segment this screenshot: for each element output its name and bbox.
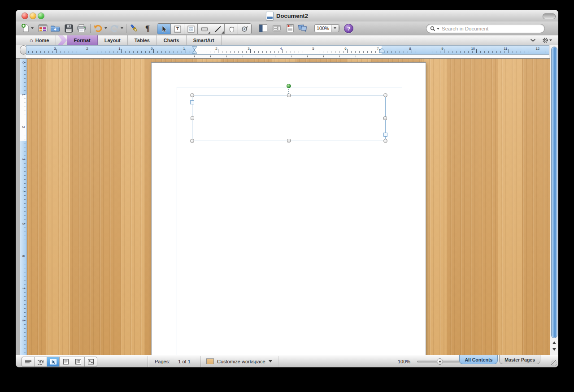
picture-frame-tool-icon	[187, 25, 195, 33]
text-flow-handle-right[interactable]	[383, 133, 387, 137]
help-glyph: ?	[347, 26, 350, 31]
media-browser-button[interactable]: ♪	[297, 23, 308, 34]
vertical-scrollbar[interactable]	[550, 45, 558, 355]
collapse-ribbon-chevron-icon[interactable]	[530, 39, 536, 42]
tab-home[interactable]: ⌂ Home	[23, 35, 56, 45]
word-window: Document2	[16, 10, 558, 367]
line-tool-button[interactable]	[211, 24, 225, 34]
undo-dropdown[interactable]	[104, 27, 107, 29]
redo-button[interactable]	[109, 23, 120, 34]
search-input[interactable]	[441, 26, 541, 32]
tab-smartart[interactable]: SmartArt	[187, 35, 222, 45]
new-document-icon	[21, 24, 30, 33]
ruler-label: 9	[441, 47, 443, 51]
ribbon-tab-bar: ⌂ Home Format Layout Tables Charts Smart…	[16, 35, 558, 45]
zoom-slider[interactable]	[417, 361, 464, 362]
help-button[interactable]: ?	[344, 24, 353, 33]
toolbar-toggle-button[interactable]	[543, 13, 556, 19]
scrollbar-thumb[interactable]	[551, 47, 557, 338]
search-field[interactable]	[426, 24, 545, 33]
tab-format[interactable]: Format	[67, 35, 97, 45]
indent-marker[interactable]	[192, 46, 197, 55]
tab-stop-strip[interactable]	[26, 55, 549, 58]
outline-view-button[interactable]	[35, 357, 47, 366]
navigation-pane-button[interactable]	[258, 23, 269, 34]
resize-handle-top-left[interactable]	[190, 93, 194, 97]
zoom-value[interactable]: 100%	[314, 24, 331, 32]
new-document-button[interactable]	[20, 23, 31, 34]
resize-handle-bottom-right[interactable]	[383, 139, 387, 143]
text-box-tool-button[interactable]: T	[171, 24, 184, 34]
window-resize-grip[interactable]	[551, 360, 557, 366]
window-title: Document2	[276, 13, 308, 19]
undo-button[interactable]	[93, 23, 104, 34]
ruler-area: 3 2 1 0 1 2 3 4 5 6 7 8 9 10 11 12	[16, 45, 550, 59]
publishing-layout-view-icon	[50, 359, 57, 365]
format-painter-button[interactable]	[129, 23, 139, 34]
focus-view-icon	[87, 359, 94, 365]
resize-handle-bottom-left[interactable]	[190, 139, 194, 143]
text-box-tool-glyph: T	[176, 26, 179, 31]
focus-view-button[interactable]	[85, 357, 97, 366]
toolbox-icon	[286, 24, 294, 33]
ruler-label: 2	[86, 47, 88, 51]
scroll-up-button[interactable]	[550, 339, 558, 346]
page-indicator: Pages: 1 of 1	[155, 355, 191, 367]
master-pages-tab[interactable]: Master Pages	[499, 355, 540, 364]
ruler-minor-ticks	[24, 59, 26, 355]
all-contents-tab[interactable]: All Contents	[459, 355, 498, 364]
save-button[interactable]	[63, 23, 74, 34]
tab-layout[interactable]: Layout	[98, 35, 128, 45]
tab-tables[interactable]: Tables	[128, 35, 157, 45]
tab-stop-ticks	[194, 56, 381, 57]
shape-tool-button[interactable]	[198, 24, 211, 34]
ruler-label: 11	[504, 47, 507, 51]
all-contents-label: All Contents	[465, 357, 492, 362]
undo-icon	[93, 24, 103, 33]
ribbon-settings-button[interactable]	[542, 37, 552, 43]
print-button[interactable]	[76, 23, 87, 34]
picture-frame-tool-button[interactable]	[184, 24, 198, 34]
document-page[interactable]	[151, 62, 426, 355]
draft-view-button[interactable]	[22, 357, 35, 366]
tab-tables-label: Tables	[135, 38, 150, 43]
rotate-handle[interactable]	[287, 84, 291, 88]
search-scope-dropdown[interactable]	[437, 28, 439, 30]
ruler-label: 4	[280, 47, 282, 51]
save-floppy-icon	[65, 24, 73, 33]
home-icon: ⌂	[30, 37, 33, 43]
pan-tool-button[interactable]	[225, 24, 238, 34]
resize-handle-top[interactable]	[287, 94, 291, 97]
open-button[interactable]	[50, 23, 61, 34]
scroll-down-button[interactable]	[550, 346, 558, 353]
publishing-layout-view-button[interactable]	[47, 357, 60, 366]
resize-handle-top-right[interactable]	[383, 93, 387, 97]
elements-gallery-button[interactable]	[37, 23, 48, 34]
print-layout-view-button[interactable]	[60, 357, 72, 366]
toolbar-separator	[339, 24, 340, 33]
line-tool-dropdown	[222, 31, 224, 34]
show-paragraph-marks-button[interactable]: ¶	[142, 23, 153, 34]
open-folder-icon	[50, 24, 60, 33]
notebook-view-button[interactable]	[72, 357, 85, 366]
resize-handle-bottom[interactable]	[287, 139, 291, 142]
customize-workspace-control[interactable]: Customize workspace	[206, 355, 272, 367]
select-tool-button[interactable]	[157, 24, 171, 34]
search-icon	[430, 26, 435, 31]
resize-handle-left[interactable]	[191, 116, 194, 120]
text-flow-handle-left[interactable]	[190, 100, 194, 104]
show-layout-button[interactable]	[271, 23, 282, 34]
loupe-tool-button[interactable]	[238, 24, 251, 34]
show-toolbox-button[interactable]	[285, 23, 296, 34]
new-document-dropdown[interactable]	[31, 27, 34, 29]
zoom-dropdown-button[interactable]	[331, 24, 339, 32]
zoom-slider-knob[interactable]	[437, 358, 443, 365]
resize-handle-right[interactable]	[383, 116, 387, 120]
redo-dropdown[interactable]	[121, 27, 123, 29]
tab-charts[interactable]: Charts	[157, 35, 187, 45]
selected-text-box[interactable]	[192, 95, 386, 141]
pilcrow-icon: ¶	[145, 24, 150, 33]
tab-smartart-label: SmartArt	[193, 38, 214, 43]
right-indent-marker[interactable]	[379, 48, 385, 53]
layout-pages-icon	[272, 24, 282, 32]
